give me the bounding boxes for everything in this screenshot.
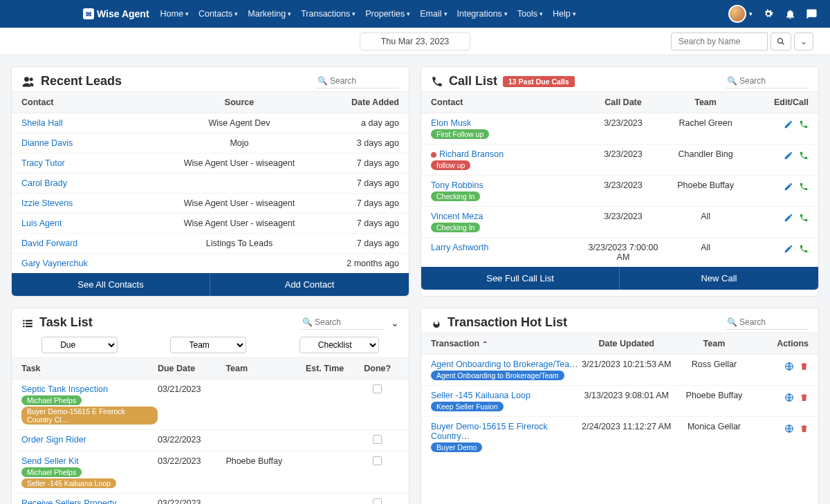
svg-rect-5 <box>26 319 33 321</box>
nav-tools[interactable]: Tools ▾ <box>513 6 547 21</box>
call-date: 3/23/2023 <box>582 149 664 159</box>
gear-icon[interactable] <box>762 8 775 21</box>
call-team: Phoebe Buffay <box>665 180 747 190</box>
avatar-caret-icon[interactable]: ▾ <box>749 10 753 17</box>
caret-icon: ▾ <box>444 10 448 17</box>
globe-icon[interactable] <box>784 391 794 402</box>
new-call-button[interactable]: New Call <box>620 267 818 290</box>
logo[interactable]: ✉ Wise Agent <box>83 8 149 19</box>
transaction-link[interactable]: Agent Onboarding to Brokerage/Tea… <box>431 360 578 369</box>
calls-search-input[interactable] <box>726 74 809 88</box>
trans-title: Transaction Hot List <box>448 315 567 330</box>
contact-link[interactable]: Sheila Hall <box>21 118 63 128</box>
see-full-call-list-button[interactable]: See Full Call List <box>421 267 620 290</box>
phone-icon[interactable] <box>799 180 809 192</box>
transaction-link[interactable]: Buyer Demo-15615 E Firerock Country… <box>431 422 548 441</box>
search-icon: 🔍 <box>317 76 328 86</box>
search-button[interactable] <box>771 32 791 50</box>
task-due: 03/21/2023 <box>158 384 225 394</box>
phone-icon[interactable] <box>799 118 809 129</box>
task-link[interactable]: Receive Sellers Property Disclosure S… <box>21 498 117 504</box>
add-contact-button[interactable]: Add Contact <box>210 273 409 296</box>
trash-icon[interactable] <box>800 360 809 371</box>
pencil-icon[interactable] <box>784 180 793 192</box>
team-select[interactable]: Team <box>170 337 246 353</box>
pencil-icon[interactable] <box>784 212 793 223</box>
tasks-col-est: Est. Time <box>294 364 356 373</box>
nav-contacts[interactable]: Contacts ▾ <box>194 6 242 21</box>
contact-link[interactable]: Izzie Stevens <box>21 198 73 208</box>
pencil-icon[interactable] <box>784 149 793 160</box>
due-select[interactable]: Due <box>42 337 118 353</box>
see-all-contacts-button[interactable]: See All Contacts <box>12 273 210 296</box>
call-date: 3/23/2023 <box>582 118 664 128</box>
lead-added: 3 days ago <box>312 138 399 148</box>
avatar[interactable] <box>728 5 746 23</box>
nav-marketing[interactable]: Marketing ▾ <box>243 6 295 21</box>
contact-link[interactable]: Dianne Davis <box>21 138 73 148</box>
trans-col-updated[interactable]: Date Updated <box>579 339 674 348</box>
contact-link[interactable]: Carol Brady <box>21 178 67 188</box>
trans-search-input[interactable] <box>726 315 809 330</box>
done-checkbox[interactable] <box>373 498 382 504</box>
nav-help[interactable]: Help ▾ <box>548 6 580 21</box>
contact-link[interactable]: Tracy Tutor <box>21 158 65 168</box>
pencil-icon[interactable] <box>784 118 793 129</box>
date-display[interactable]: Thu Mar 23, 2023 <box>360 32 471 50</box>
done-checkbox[interactable] <box>373 456 382 465</box>
chevron-down-icon[interactable]: ⌄ <box>391 317 399 328</box>
phone-icon[interactable] <box>799 149 809 160</box>
search-by-name-input[interactable] <box>671 32 768 50</box>
transaction-link[interactable]: Seller -145 Kailuana Loop <box>431 391 531 400</box>
chat-icon[interactable] <box>806 8 818 20</box>
done-checkbox[interactable] <box>373 384 382 393</box>
lead-source: Wise Agent Dev <box>167 118 312 128</box>
bell-icon[interactable] <box>784 8 796 20</box>
search-dropdown-button[interactable]: ⌄ <box>794 32 813 50</box>
contact-link[interactable]: Luis Agent <box>21 218 62 228</box>
svg-rect-9 <box>26 326 33 327</box>
contact-link[interactable]: Gary Vaynerchuk <box>21 259 88 268</box>
phone-icon[interactable] <box>799 243 809 254</box>
table-row: Tony RobbinsChecking In 3/23/2023 Phoebe… <box>421 176 818 207</box>
nav-email[interactable]: Email ▾ <box>416 6 451 21</box>
contact-link[interactable]: Larry Ashworth <box>431 243 488 252</box>
task-link[interactable]: Septic Tank Inspection <box>21 384 108 394</box>
calls-col-edit: Edit/Call <box>747 97 809 107</box>
trans-team: Monica Gellar <box>674 422 755 431</box>
calls-col-team: Team <box>665 97 747 107</box>
nav-properties[interactable]: Properties ▾ <box>361 6 414 21</box>
task-link[interactable]: Send Seller Kit <box>21 456 79 466</box>
contact-link[interactable]: David Forward <box>21 239 77 248</box>
done-checkbox[interactable] <box>373 435 382 444</box>
transaction-tag: Agent Onboarding to Brokerage/Team <box>431 371 564 380</box>
topbar: ✉ Wise Agent Home ▾Contacts ▾Marketing ▾… <box>0 0 830 28</box>
svg-rect-6 <box>23 322 24 324</box>
call-team: All <box>665 243 747 252</box>
tasks-search-input[interactable] <box>301 315 384 330</box>
caret-icon: ▾ <box>573 10 576 17</box>
svg-point-3 <box>30 77 33 81</box>
checklist-select[interactable]: Checklist <box>299 337 379 353</box>
globe-icon[interactable] <box>784 422 794 433</box>
leads-search-input[interactable] <box>316 74 399 88</box>
trash-icon[interactable] <box>800 391 809 402</box>
pencil-icon[interactable] <box>784 243 793 254</box>
nav-home[interactable]: Home ▾ <box>156 6 193 21</box>
globe-icon[interactable] <box>784 360 794 371</box>
lead-added: 7 days ago <box>312 218 399 228</box>
nav-transactions[interactable]: Transactions ▾ <box>297 6 360 21</box>
phone-icon[interactable] <box>799 212 809 223</box>
task-link[interactable]: Order Sign Rider <box>21 435 86 445</box>
contact-link[interactable]: Vincent Meza <box>431 212 483 221</box>
nav-integrations[interactable]: Integrations ▾ <box>453 6 512 21</box>
contact-link[interactable]: Tony Robbins <box>431 180 483 190</box>
trans-col-tx[interactable]: Transaction ⌃ <box>431 339 579 348</box>
task-due: 03/22/2023 <box>158 456 225 466</box>
trans-col-team[interactable]: Team <box>674 339 755 348</box>
contact-link[interactable]: Richard Branson <box>439 149 504 159</box>
trash-icon[interactable] <box>800 422 809 433</box>
lead-added: 7 days ago <box>312 158 399 168</box>
table-row: Septic Tank InspectionMichael Phelps Buy… <box>12 380 409 430</box>
contact-link[interactable]: Elon Musk <box>431 118 471 128</box>
